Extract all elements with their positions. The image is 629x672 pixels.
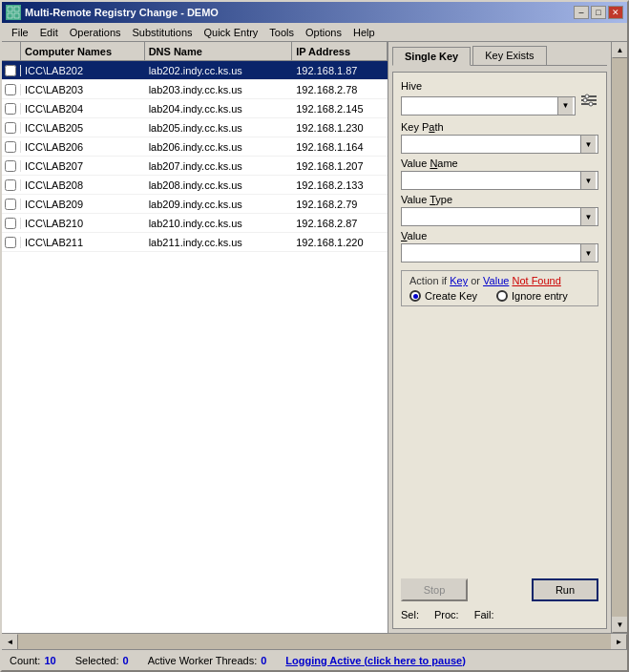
key-path-combo[interactable]: ▼ <box>401 135 598 154</box>
row-checkbox[interactable] <box>2 237 21 248</box>
menu-operations[interactable]: Operations <box>64 25 127 40</box>
value-name-combo[interactable]: ▼ <box>401 171 598 190</box>
row-checkbox[interactable] <box>2 122 21 134</box>
computer-name-cell: ICC\LAB209 <box>21 198 145 211</box>
dns-name-cell: lab202.indy.cc.ks.us <box>145 64 293 77</box>
menu-substitutions[interactable]: Substitutions <box>127 25 199 40</box>
row-checkbox[interactable] <box>2 218 21 229</box>
ip-address-cell: 192.168.1.220 <box>292 236 388 249</box>
computer-name-cell: ICC\LAB203 <box>21 83 145 96</box>
tab-bar: Single Key Key Exists <box>392 46 607 66</box>
hive-combo[interactable]: ▼ <box>401 96 576 116</box>
ignore-entry-radio[interactable] <box>496 290 508 302</box>
key-path-dropdown-arrow[interactable]: ▼ <box>580 136 596 153</box>
row-checkbox[interactable] <box>2 160 21 172</box>
ip-address-cell: 192.168.1.207 <box>292 159 388 173</box>
list-header: Computer Names DNS Name IP Address <box>2 42 388 61</box>
hive-dropdown-arrow[interactable]: ▼ <box>557 97 573 115</box>
computer-name-cell: ICC\LAB211 <box>21 236 145 249</box>
row-checkbox[interactable] <box>2 199 21 210</box>
action-buttons: Stop Run <box>401 571 598 601</box>
value-type-dropdown-arrow[interactable]: ▼ <box>580 208 596 225</box>
scroll-down-button[interactable]: ▼ <box>612 617 627 633</box>
sel-label: Sel: <box>401 609 419 620</box>
scroll-up-button[interactable]: ▲ <box>612 42 627 58</box>
tab-single-key[interactable]: Single Key <box>392 47 471 66</box>
action-title: Action if Key or Value Not Found <box>409 275 590 286</box>
table-row[interactable]: ICC\LAB202lab202.indy.cc.ks.us192.168.1.… <box>2 61 388 80</box>
create-key-radio[interactable] <box>409 290 421 302</box>
table-row[interactable]: ICC\LAB211lab211.indy.cc.ks.us192.168.1.… <box>2 233 388 252</box>
table-row[interactable]: ICC\LAB208lab208.indy.cc.ks.us192.168.2.… <box>2 176 388 195</box>
table-row[interactable]: ICC\LAB206lab206.indy.cc.ks.us192.168.1.… <box>2 137 388 157</box>
ip-address-cell: 192.168.2.87 <box>292 217 388 230</box>
dns-name-cell: lab210.indy.cc.ks.us <box>145 217 293 230</box>
profile-icon[interactable] <box>579 94 598 117</box>
table-row[interactable]: ICC\LAB210lab210.indy.cc.ks.us192.168.2.… <box>2 214 388 233</box>
computer-name-cell: ICC\LAB208 <box>21 178 145 192</box>
table-row[interactable]: ICC\LAB204lab204.indy.cc.ks.us192.168.2.… <box>2 99 388 118</box>
value-type-label: Value Type <box>401 194 598 205</box>
computer-name-cell: ICC\LAB205 <box>21 121 145 135</box>
computer-name-cell: ICC\LAB204 <box>21 102 145 116</box>
computer-name-cell: ICC\LAB210 <box>21 217 145 230</box>
menu-file[interactable]: File <box>6 25 34 40</box>
scroll-left-button[interactable]: ◄ <box>2 634 18 650</box>
key-path-field-group: Key Path ▼ <box>401 121 598 154</box>
svg-point-9 <box>585 94 589 98</box>
fail-label: Fail: <box>474 609 494 620</box>
value-name-dropdown-arrow[interactable]: ▼ <box>580 172 596 189</box>
status-bar: Count: 10 Selected: 0 Active Worker Thre… <box>2 649 627 670</box>
panel-status-bar: Sel: Proc: Fail: <box>401 605 598 620</box>
menu-tools[interactable]: Tools <box>263 25 300 40</box>
value-dropdown-arrow[interactable]: ▼ <box>580 244 596 262</box>
value-field-group: Value ▼ <box>401 230 598 262</box>
svg-point-8 <box>589 102 593 106</box>
h-scroll-track[interactable] <box>18 634 611 649</box>
table-row[interactable]: ICC\LAB203lab203.indy.cc.ks.us192.168.2.… <box>2 80 388 99</box>
create-key-label: Create Key <box>425 290 477 302</box>
ignore-entry-radio-label[interactable]: Ignore entry <box>496 290 568 302</box>
window-title: Multi-Remote Registry Change - DEMO <box>25 7 219 18</box>
row-checkbox[interactable] <box>2 84 21 95</box>
hive-label: Hive <box>401 80 598 92</box>
close-button[interactable]: ✕ <box>608 6 623 19</box>
ip-address-header: IP Address <box>292 42 388 60</box>
tab-key-exists[interactable]: Key Exists <box>472 46 546 65</box>
value-type-field-group: Value Type ▼ <box>401 194 598 226</box>
table-row[interactable]: ICC\LAB209lab209.indy.cc.ks.us192.168.2.… <box>2 195 388 214</box>
menu-edit[interactable]: Edit <box>34 25 64 40</box>
row-checkbox[interactable] <box>2 179 21 191</box>
run-button[interactable]: Run <box>532 578 598 601</box>
workers-value: 0 <box>261 655 266 666</box>
dns-name-cell: lab204.indy.cc.ks.us <box>145 102 293 116</box>
maximize-button[interactable]: □ <box>591 6 606 19</box>
right-scrollbar[interactable]: ▲ ▼ <box>611 42 627 633</box>
value-combo[interactable]: ▼ <box>401 243 598 262</box>
row-checkbox[interactable] <box>2 141 21 153</box>
dns-name-cell: lab206.indy.cc.ks.us <box>145 140 293 154</box>
row-checkbox[interactable] <box>2 103 21 115</box>
table-row[interactable]: ICC\LAB207lab207.indy.cc.ks.us192.168.1.… <box>2 157 388 176</box>
minimize-button[interactable]: – <box>574 6 589 19</box>
create-key-radio-label[interactable]: Create Key <box>409 290 477 302</box>
action-radio-group: Create Key Ignore entry <box>409 290 590 302</box>
proc-label: Proc: <box>434 609 459 620</box>
logging-label[interactable]: Logging Active (click here to pause) <box>285 655 465 666</box>
menu-help[interactable]: Help <box>347 25 381 40</box>
logging-section[interactable]: Logging Active (click here to pause) <box>285 655 465 666</box>
horizontal-scrollbar[interactable]: ◄ ► <box>2 633 627 649</box>
row-checkbox[interactable] <box>2 65 21 76</box>
menu-options[interactable]: Options <box>300 25 347 40</box>
menu-bar: File Edit Operations Substitutions Quick… <box>2 23 627 42</box>
table-row[interactable]: ICC\LAB205lab205.indy.cc.ks.us192.168.1.… <box>2 118 388 137</box>
scroll-right-button[interactable]: ► <box>611 634 627 650</box>
menu-quick-entry[interactable]: Quick Entry <box>199 25 264 40</box>
hive-field-group: Hive ▼ <box>401 80 598 117</box>
scroll-track[interactable] <box>612 58 627 617</box>
stop-button[interactable]: Stop <box>401 578 468 601</box>
svg-rect-0 <box>8 7 12 11</box>
value-type-combo[interactable]: ▼ <box>401 207 598 226</box>
dns-name-cell: lab211.indy.cc.ks.us <box>145 236 293 249</box>
dns-name-cell: lab207.indy.cc.ks.us <box>145 159 293 173</box>
